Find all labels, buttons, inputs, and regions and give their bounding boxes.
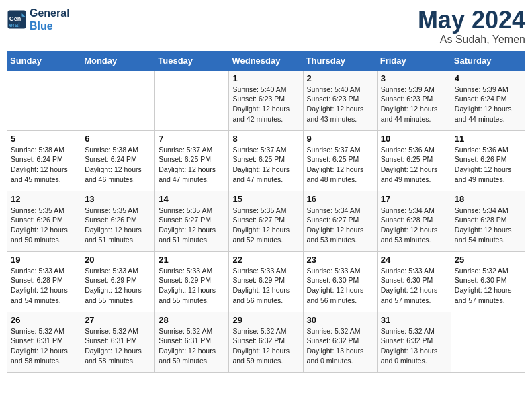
calendar-cell: 18Sunrise: 5:34 AM Sunset: 6:28 PM Dayli… (451, 191, 525, 251)
day-info: Sunrise: 5:33 AM Sunset: 6:29 PM Dayligh… (85, 266, 151, 306)
calendar-cell: 16Sunrise: 5:34 AM Sunset: 6:27 PM Dayli… (303, 191, 377, 251)
header-wednesday: Wednesday (229, 51, 303, 70)
day-info: Sunrise: 5:36 AM Sunset: 6:26 PM Dayligh… (455, 145, 521, 185)
location-title: As Sudah, Yemen (418, 34, 525, 46)
day-number: 31 (381, 315, 447, 325)
day-info: Sunrise: 5:39 AM Sunset: 6:23 PM Dayligh… (381, 85, 447, 124)
calendar-cell: 21Sunrise: 5:33 AM Sunset: 6:29 PM Dayli… (155, 251, 229, 312)
week-row-1: 1Sunrise: 5:40 AM Sunset: 6:23 PM Daylig… (7, 70, 525, 130)
day-number: 29 (232, 315, 299, 325)
day-info: Sunrise: 5:35 AM Sunset: 6:26 PM Dayligh… (11, 205, 77, 245)
calendar-cell: 8Sunrise: 5:37 AM Sunset: 6:25 PM Daylig… (229, 130, 303, 191)
day-number: 23 (307, 255, 373, 265)
calendar-cell: 10Sunrise: 5:36 AM Sunset: 6:25 PM Dayli… (377, 130, 451, 191)
day-number: 15 (232, 194, 299, 204)
week-row-3: 12Sunrise: 5:35 AM Sunset: 6:26 PM Dayli… (7, 191, 525, 251)
day-number: 8 (232, 134, 299, 144)
calendar-cell: 30Sunrise: 5:32 AM Sunset: 6:32 PM Dayli… (303, 312, 377, 372)
calendar-cell: 6Sunrise: 5:38 AM Sunset: 6:24 PM Daylig… (81, 130, 155, 191)
calendar-cell: 26Sunrise: 5:32 AM Sunset: 6:31 PM Dayli… (7, 312, 81, 372)
day-number: 20 (85, 255, 151, 265)
header-tuesday: Tuesday (155, 51, 229, 70)
header: Gen eral General Blue May 2024 As Sudah,… (7, 7, 525, 46)
day-number: 25 (455, 255, 521, 265)
day-number: 7 (159, 134, 225, 144)
day-number: 1 (232, 73, 299, 83)
day-info: Sunrise: 5:32 AM Sunset: 6:31 PM Dayligh… (159, 326, 225, 366)
calendar-cell: 5Sunrise: 5:38 AM Sunset: 6:24 PM Daylig… (7, 130, 81, 191)
calendar-cell: 11Sunrise: 5:36 AM Sunset: 6:26 PM Dayli… (451, 130, 525, 191)
day-info: Sunrise: 5:35 AM Sunset: 6:27 PM Dayligh… (159, 205, 225, 245)
calendar-cell: 3Sunrise: 5:39 AM Sunset: 6:23 PM Daylig… (377, 70, 451, 130)
day-info: Sunrise: 5:34 AM Sunset: 6:27 PM Dayligh… (307, 205, 373, 245)
day-info: Sunrise: 5:32 AM Sunset: 6:32 PM Dayligh… (307, 326, 373, 366)
header-friday: Friday (377, 51, 451, 70)
day-info: Sunrise: 5:38 AM Sunset: 6:24 PM Dayligh… (85, 145, 151, 185)
day-number: 22 (232, 255, 299, 265)
calendar-cell: 4Sunrise: 5:39 AM Sunset: 6:24 PM Daylig… (451, 70, 525, 130)
day-info: Sunrise: 5:35 AM Sunset: 6:26 PM Dayligh… (85, 205, 151, 245)
day-number: 27 (85, 315, 151, 325)
week-row-5: 26Sunrise: 5:32 AM Sunset: 6:31 PM Dayli… (7, 312, 525, 372)
calendar-cell: 20Sunrise: 5:33 AM Sunset: 6:29 PM Dayli… (81, 251, 155, 312)
day-number: 13 (85, 194, 151, 204)
day-info: Sunrise: 5:34 AM Sunset: 6:28 PM Dayligh… (381, 205, 447, 245)
day-info: Sunrise: 5:38 AM Sunset: 6:24 PM Dayligh… (11, 145, 77, 185)
day-info: Sunrise: 5:35 AM Sunset: 6:27 PM Dayligh… (232, 205, 299, 245)
day-number: 28 (159, 315, 225, 325)
day-info: Sunrise: 5:39 AM Sunset: 6:24 PM Dayligh… (455, 85, 521, 124)
day-info: Sunrise: 5:33 AM Sunset: 6:29 PM Dayligh… (232, 266, 299, 306)
day-info: Sunrise: 5:32 AM Sunset: 6:32 PM Dayligh… (232, 326, 299, 366)
header-sunday: Sunday (7, 51, 81, 70)
day-info: Sunrise: 5:32 AM Sunset: 6:32 PM Dayligh… (381, 326, 447, 366)
calendar-cell: 2Sunrise: 5:40 AM Sunset: 6:23 PM Daylig… (303, 70, 377, 130)
calendar-cell: 24Sunrise: 5:33 AM Sunset: 6:30 PM Dayli… (377, 251, 451, 312)
calendar-cell: 28Sunrise: 5:32 AM Sunset: 6:31 PM Dayli… (155, 312, 229, 372)
day-number: 9 (307, 134, 373, 144)
calendar-cell: 19Sunrise: 5:33 AM Sunset: 6:28 PM Dayli… (7, 251, 81, 312)
logo-text: General Blue (30, 7, 70, 32)
calendar-cell: 14Sunrise: 5:35 AM Sunset: 6:27 PM Dayli… (155, 191, 229, 251)
day-info: Sunrise: 5:33 AM Sunset: 6:29 PM Dayligh… (159, 266, 225, 306)
day-info: Sunrise: 5:37 AM Sunset: 6:25 PM Dayligh… (307, 145, 373, 185)
calendar-cell: 12Sunrise: 5:35 AM Sunset: 6:26 PM Dayli… (7, 191, 81, 251)
day-number: 4 (455, 73, 521, 83)
day-number: 10 (381, 134, 447, 144)
calendar-cell: 29Sunrise: 5:32 AM Sunset: 6:32 PM Dayli… (229, 312, 303, 372)
day-number: 24 (381, 255, 447, 265)
calendar-cell: 13Sunrise: 5:35 AM Sunset: 6:26 PM Dayli… (81, 191, 155, 251)
day-number: 30 (307, 315, 373, 325)
day-number: 21 (159, 255, 225, 265)
day-info: Sunrise: 5:36 AM Sunset: 6:25 PM Dayligh… (381, 145, 447, 185)
calendar-cell: 22Sunrise: 5:33 AM Sunset: 6:29 PM Dayli… (229, 251, 303, 312)
day-info: Sunrise: 5:32 AM Sunset: 6:31 PM Dayligh… (11, 326, 77, 366)
day-number: 19 (11, 255, 77, 265)
day-number: 11 (455, 134, 521, 144)
svg-text:eral: eral (9, 21, 20, 28)
title-area: May 2024 As Sudah, Yemen (418, 7, 525, 46)
calendar-cell: 1Sunrise: 5:40 AM Sunset: 6:23 PM Daylig… (229, 70, 303, 130)
day-info: Sunrise: 5:33 AM Sunset: 6:30 PM Dayligh… (307, 266, 373, 306)
calendar-cell: 31Sunrise: 5:32 AM Sunset: 6:32 PM Dayli… (377, 312, 451, 372)
day-number: 3 (381, 73, 447, 83)
day-number: 16 (307, 194, 373, 204)
calendar-cell: 7Sunrise: 5:37 AM Sunset: 6:25 PM Daylig… (155, 130, 229, 191)
day-info: Sunrise: 5:33 AM Sunset: 6:28 PM Dayligh… (11, 266, 77, 306)
day-info: Sunrise: 5:40 AM Sunset: 6:23 PM Dayligh… (232, 85, 299, 124)
day-info: Sunrise: 5:40 AM Sunset: 6:23 PM Dayligh… (307, 85, 373, 124)
day-info: Sunrise: 5:37 AM Sunset: 6:25 PM Dayligh… (232, 145, 299, 185)
calendar-cell (155, 70, 229, 130)
header-thursday: Thursday (303, 51, 377, 70)
day-number: 5 (11, 134, 77, 144)
calendar-cell: 17Sunrise: 5:34 AM Sunset: 6:28 PM Dayli… (377, 191, 451, 251)
day-number: 17 (381, 194, 447, 204)
day-info: Sunrise: 5:33 AM Sunset: 6:30 PM Dayligh… (381, 266, 447, 306)
calendar-cell: 25Sunrise: 5:32 AM Sunset: 6:30 PM Dayli… (451, 251, 525, 312)
header-monday: Monday (81, 51, 155, 70)
week-row-4: 19Sunrise: 5:33 AM Sunset: 6:28 PM Dayli… (7, 251, 525, 312)
calendar-cell (81, 70, 155, 130)
header-saturday: Saturday (451, 51, 525, 70)
calendar-cell (7, 70, 81, 130)
month-title: May 2024 (418, 7, 525, 34)
day-info: Sunrise: 5:32 AM Sunset: 6:30 PM Dayligh… (455, 266, 521, 306)
